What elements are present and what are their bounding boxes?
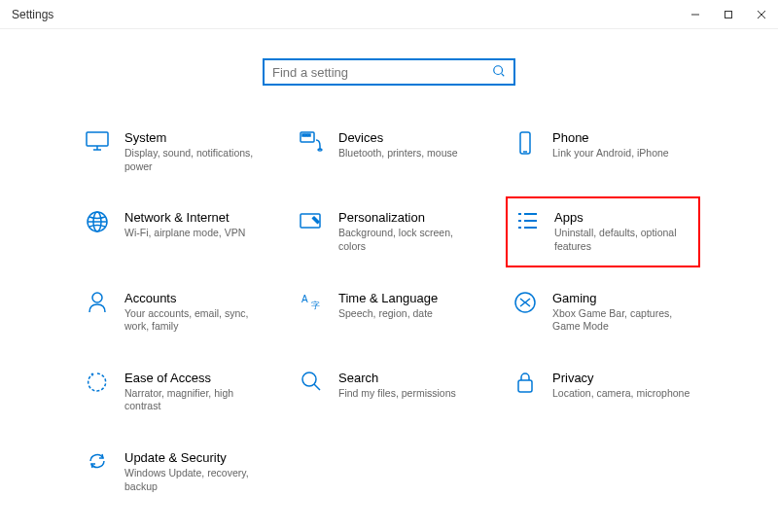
titlebar: Settings	[0, 0, 778, 29]
accounts-icon	[84, 291, 111, 318]
svg-rect-10	[302, 134, 304, 136]
tile-system[interactable]: SystemDisplay, sound, notifications, pow…	[78, 124, 272, 179]
time-language-icon: A字	[298, 291, 325, 318]
tile-search-cat[interactable]: SearchFind my files, permissions	[292, 365, 486, 419]
svg-line-32	[314, 384, 320, 390]
search-input[interactable]	[272, 65, 492, 80]
tile-desc: Background, lock screen, colors	[338, 227, 480, 253]
tile-text: SearchFind my files, permissions	[338, 371, 480, 413]
tile-text: PrivacyLocation, camera, microphone	[552, 371, 694, 413]
search-box[interactable]	[263, 58, 515, 86]
tile-text: AppsUninstall, defaults, optional featur…	[554, 210, 692, 253]
tile-update-security[interactable]: Update & SecurityWindows Update, recover…	[78, 444, 272, 499]
phone-icon	[512, 130, 539, 158]
tile-apps[interactable]: AppsUninstall, defaults, optional featur…	[506, 196, 700, 266]
tile-time-language[interactable]: A字Time & LanguageSpeech, region, date	[292, 285, 486, 339]
tile-network[interactable]: Network & InternetWi-Fi, airplane mode, …	[78, 204, 272, 259]
system-icon	[84, 130, 111, 158]
devices-icon	[298, 130, 325, 158]
tile-title: Devices	[338, 130, 480, 145]
tile-text: DevicesBluetooth, printers, mouse	[338, 130, 480, 173]
tile-title: Ease of Access	[124, 371, 266, 385]
tile-title: Search	[338, 371, 480, 385]
privacy-icon	[512, 371, 539, 398]
svg-point-31	[302, 372, 316, 386]
tile-text: AccountsYour accounts, email, sync, work…	[124, 291, 266, 334]
svg-rect-11	[305, 134, 307, 136]
ease-of-access-icon	[84, 371, 111, 398]
tile-privacy[interactable]: PrivacyLocation, camera, microphone	[506, 365, 700, 419]
tile-desc: Bluetooth, printers, mouse	[338, 147, 480, 160]
tile-desc: Windows Update, recovery, backup	[124, 467, 266, 493]
tile-text: PersonalizationBackground, lock screen, …	[338, 210, 480, 253]
tile-desc: Location, camera, microphone	[552, 387, 694, 401]
svg-rect-1	[725, 11, 732, 18]
tile-ease-of-access[interactable]: Ease of AccessNarrator, magnifier, high …	[78, 365, 272, 419]
svg-text:A: A	[301, 294, 308, 304]
tile-desc: Your accounts, email, sync, work, family	[124, 307, 266, 334]
tile-personalization[interactable]: PersonalizationBackground, lock screen, …	[292, 204, 486, 259]
window-controls	[679, 0, 778, 29]
svg-text:字: 字	[311, 301, 320, 310]
tile-title: Update & Security	[124, 450, 266, 465]
minimize-button[interactable]	[679, 0, 712, 29]
tile-desc: Display, sound, notifications, power	[124, 147, 266, 173]
tile-text: Network & InternetWi-Fi, airplane mode, …	[124, 210, 266, 253]
tile-title: Accounts	[124, 291, 266, 305]
tile-desc: Speech, region, date	[338, 307, 480, 321]
tile-title: Personalization	[338, 210, 480, 225]
tile-title: Gaming	[552, 291, 694, 305]
tile-title: Time & Language	[338, 291, 480, 305]
search-icon	[492, 64, 506, 81]
tile-text: Time & LanguageSpeech, region, date	[338, 291, 480, 334]
settings-grid: SystemDisplay, sound, notifications, pow…	[58, 124, 720, 499]
svg-rect-12	[308, 134, 310, 136]
tile-text: PhoneLink your Android, iPhone	[552, 130, 694, 173]
tile-desc: Xbox Game Bar, captures, Game Mode	[552, 307, 694, 334]
svg-rect-6	[87, 132, 108, 146]
network-icon	[84, 210, 111, 237]
gaming-icon	[512, 291, 539, 318]
tile-title: Privacy	[552, 371, 694, 385]
search-container	[58, 58, 720, 86]
tile-text: GamingXbox Game Bar, captures, Game Mode	[552, 291, 694, 334]
maximize-button[interactable]	[712, 0, 745, 29]
close-button[interactable]	[745, 0, 778, 29]
tile-title: System	[124, 130, 266, 145]
tile-phone[interactable]: PhoneLink your Android, iPhone	[506, 124, 700, 179]
window-title: Settings	[12, 8, 53, 21]
tile-desc: Uninstall, defaults, optional features	[554, 227, 692, 253]
svg-line-5	[502, 73, 505, 76]
content: SystemDisplay, sound, notifications, pow…	[0, 29, 778, 499]
tile-text: Update & SecurityWindows Update, recover…	[124, 450, 266, 493]
tile-gaming[interactable]: GamingXbox Game Bar, captures, Game Mode	[506, 285, 700, 339]
tile-text: Ease of AccessNarrator, magnifier, high …	[124, 371, 266, 413]
tile-title: Network & Internet	[124, 210, 266, 225]
tile-title: Phone	[552, 130, 694, 145]
search-cat-icon	[298, 371, 325, 398]
tile-desc: Wi-Fi, airplane mode, VPN	[124, 227, 266, 240]
svg-point-4	[494, 65, 503, 74]
tile-title: Apps	[554, 210, 692, 225]
tile-desc: Link your Android, iPhone	[552, 147, 694, 160]
tile-devices[interactable]: DevicesBluetooth, printers, mouse	[292, 124, 486, 179]
tile-desc: Find my files, permissions	[338, 387, 480, 401]
svg-point-27	[92, 293, 102, 302]
personalization-icon	[298, 210, 325, 237]
tile-text: SystemDisplay, sound, notifications, pow…	[124, 130, 266, 173]
svg-rect-33	[518, 380, 532, 392]
apps-icon	[513, 210, 541, 237]
svg-rect-14	[520, 132, 530, 154]
tile-desc: Narrator, magnifier, high contrast	[124, 387, 266, 413]
tile-accounts[interactable]: AccountsYour accounts, email, sync, work…	[78, 285, 272, 339]
update-security-icon	[84, 450, 111, 478]
